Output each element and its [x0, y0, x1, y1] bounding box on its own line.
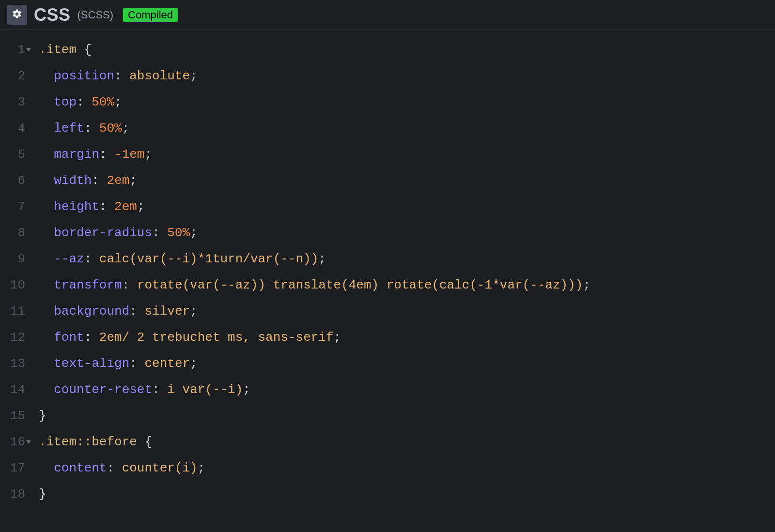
property: text-align [54, 356, 129, 371]
settings-button[interactable] [7, 5, 27, 25]
value: 50% [99, 121, 122, 136]
line-number: 15 [0, 403, 30, 429]
line-number: 4 [0, 115, 30, 141]
code-line[interactable]: 10 transform: rotate(var(--az)) translat… [0, 272, 775, 298]
property: margin [54, 147, 99, 162]
code-line[interactable]: 8 border-radius: 50%; [0, 220, 775, 246]
code-line[interactable]: 15 } [0, 403, 775, 429]
fold-icon[interactable] [26, 48, 31, 52]
property: counter-reset [54, 382, 152, 397]
value: 2em/ 2 trebuchet ms, sans-serif [99, 330, 334, 345]
value: 50% [92, 95, 114, 109]
line-number: 10 [0, 272, 30, 298]
compiled-badge[interactable]: Compiled [123, 8, 178, 22]
property: width [54, 173, 92, 188]
value: 2em [114, 199, 137, 214]
line-number: 5 [0, 141, 30, 167]
value: 2em [107, 173, 129, 188]
code-line[interactable]: 12 font: 2em/ 2 trebuchet ms, sans-serif… [0, 324, 775, 350]
code-line[interactable]: 16 .item::before { [0, 429, 775, 455]
line-number: 7 [0, 194, 30, 220]
property: top [54, 95, 77, 109]
code-line[interactable]: 6 width: 2em; [0, 167, 775, 194]
line-number: 8 [0, 220, 30, 246]
code-line[interactable]: 9 --az: calc(var(--i)*1turn/var(--n)); [0, 246, 775, 272]
line-number: 17 [0, 455, 30, 481]
code-line[interactable]: 4 left: 50%; [0, 115, 775, 141]
code-line[interactable]: 7 height: 2em; [0, 194, 775, 220]
fold-icon[interactable] [26, 441, 31, 444]
property: border-radius [54, 226, 152, 240]
code-line[interactable]: 1 .item { [0, 37, 775, 63]
line-number: 11 [0, 298, 30, 324]
line-number: 3 [0, 89, 30, 115]
code-line[interactable]: 17 content: counter(i); [0, 455, 775, 481]
code-line[interactable]: 11 background: silver; [0, 298, 775, 324]
property: background [54, 304, 129, 319]
code-line[interactable]: 13 text-align: center; [0, 350, 775, 377]
line-number: 14 [0, 377, 30, 403]
value: calc(var(--i)*1turn/var(--n)) [99, 252, 318, 266]
value: center [144, 356, 190, 371]
property: position [54, 69, 114, 83]
property: left [54, 121, 84, 136]
value: rotate(var(--az)) translate(4em) rotate(… [137, 278, 583, 292]
line-number: 9 [0, 246, 30, 272]
line-number: 1 [0, 37, 30, 63]
line-number: 16 [0, 429, 30, 455]
property: content [54, 461, 107, 475]
selector: .item [39, 43, 77, 57]
code-line[interactable]: 14 counter-reset: i var(--i); [0, 377, 775, 403]
property: --az [54, 252, 84, 266]
panel-title: CSS [34, 5, 71, 25]
close-brace: } [39, 487, 46, 502]
line-number: 12 [0, 324, 30, 350]
value: counter(i) [122, 461, 198, 475]
line-number: 13 [0, 350, 30, 377]
value: silver [144, 304, 190, 319]
property: font [54, 330, 84, 345]
preprocessor-label: (SCSS) [78, 9, 114, 21]
code-line[interactable]: 5 margin: -1em; [0, 141, 775, 167]
value: 50% [167, 226, 190, 240]
line-number: 2 [0, 63, 30, 89]
value: i var(--i) [167, 382, 243, 397]
line-number: 18 [0, 481, 30, 507]
editor-header: CSS (SCSS) Compiled [0, 0, 775, 30]
value: -1em [114, 147, 144, 162]
close-brace: } [39, 409, 46, 423]
property: transform [54, 278, 122, 292]
code-line[interactable]: 18 } [0, 481, 775, 507]
code-editor[interactable]: 1 .item { 2 position: absolute; 3 top: 5… [0, 30, 775, 507]
property: height [54, 199, 99, 214]
code-line[interactable]: 2 position: absolute; [0, 63, 775, 89]
selector: .item::before [39, 435, 137, 449]
gear-icon [12, 9, 22, 21]
value: absolute [129, 69, 190, 83]
line-number: 6 [0, 167, 30, 194]
code-line[interactable]: 3 top: 50%; [0, 89, 775, 115]
